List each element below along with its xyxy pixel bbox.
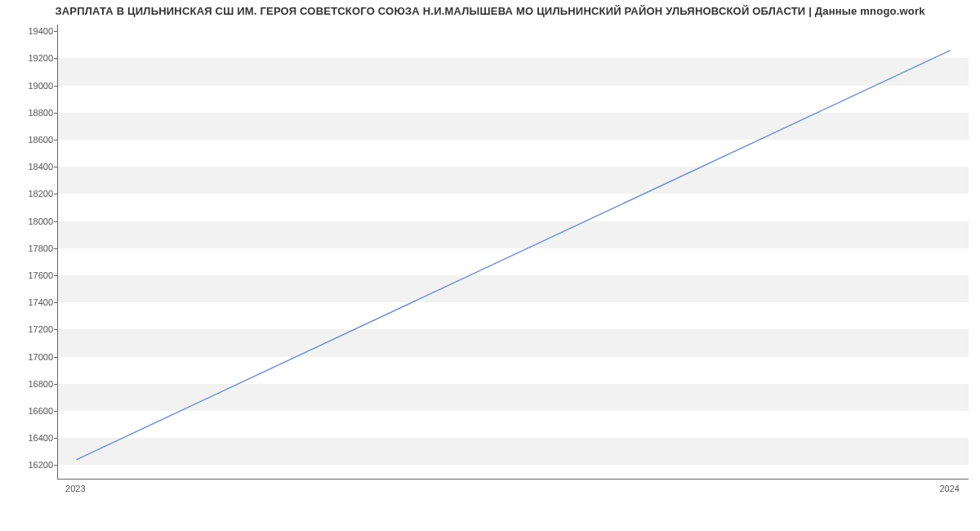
- y-tick-mark: [54, 411, 57, 412]
- y-tick-label: 16200: [4, 460, 53, 470]
- y-tick-label: 18600: [4, 135, 53, 145]
- y-tick-mark: [54, 221, 57, 222]
- y-tick-mark: [54, 384, 57, 385]
- y-tick-mark: [54, 167, 57, 167]
- y-tick-label: 18400: [4, 162, 53, 172]
- chart-container: ЗАРПЛАТА В ЦИЛЬНИНСКАЯ СШ ИМ. ГЕРОЯ СОВЕ…: [0, 0, 980, 531]
- y-tick-label: 16400: [4, 433, 53, 443]
- x-tick-label: 2023: [65, 484, 85, 493]
- y-tick-label: 18800: [4, 108, 53, 118]
- y-tick-label: 18000: [4, 216, 53, 226]
- y-tick-label: 17000: [4, 352, 53, 362]
- y-tick-mark: [54, 58, 57, 59]
- y-tick-mark: [54, 140, 57, 141]
- line-layer: [58, 25, 969, 479]
- y-tick-mark: [54, 248, 57, 249]
- x-tick-label: 2024: [939, 484, 959, 493]
- y-tick-label: 16600: [4, 406, 53, 416]
- y-tick-label: 19400: [4, 26, 53, 36]
- y-tick-label: 17800: [4, 243, 53, 253]
- y-tick-label: 17400: [4, 297, 53, 307]
- y-tick-label: 17200: [4, 324, 53, 334]
- y-tick-mark: [54, 275, 57, 276]
- y-tick-label: 17600: [4, 270, 53, 280]
- y-tick-label: 19200: [4, 53, 53, 63]
- y-tick-label: 16800: [4, 379, 53, 389]
- y-tick-label: 19000: [4, 81, 53, 91]
- y-tick-mark: [54, 357, 57, 358]
- y-tick-mark: [54, 465, 57, 466]
- y-tick-mark: [54, 194, 57, 194]
- y-tick-mark: [54, 31, 57, 32]
- series-line: [76, 51, 950, 460]
- y-tick-mark: [54, 86, 57, 87]
- y-tick-mark: [54, 113, 57, 114]
- y-tick-mark: [54, 329, 57, 330]
- plot-area: [57, 25, 969, 480]
- y-tick-label: 18200: [4, 189, 53, 199]
- y-tick-mark: [54, 438, 57, 439]
- chart-title: ЗАРПЛАТА В ЦИЛЬНИНСКАЯ СШ ИМ. ГЕРОЯ СОВЕ…: [0, 5, 980, 17]
- y-tick-mark: [54, 302, 57, 303]
